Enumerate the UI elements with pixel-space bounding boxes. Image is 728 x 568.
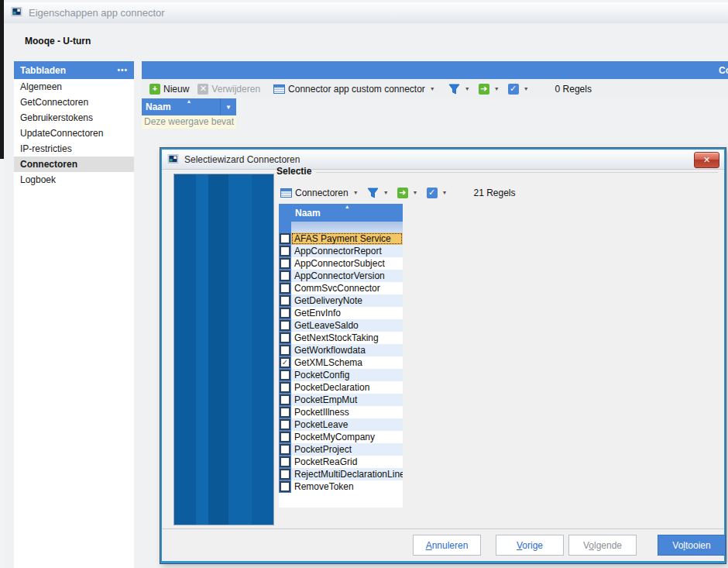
selection-group: Selectie [276, 166, 718, 177]
connector-row[interactable]: ✓CommSvcConnector [279, 282, 403, 294]
connectoren-view-dropdown[interactable]: Connectoren ▼ [278, 186, 361, 200]
connector-row[interactable]: ✓PocketIllness [279, 406, 403, 418]
table-column-header[interactable]: ▲ Naam [279, 204, 403, 222]
select-button[interactable]: ✓ ▼ [506, 82, 531, 96]
new-button[interactable]: + Nieuw [147, 82, 191, 96]
row-checkbox[interactable]: ✓ [280, 469, 290, 480]
row-checkbox[interactable]: ✓ [280, 419, 290, 430]
connector-row[interactable]: ✓AFAS Payment Service [279, 232, 403, 245]
vorige-button[interactable]: Vorige [496, 535, 564, 556]
group-divider [316, 172, 718, 173]
filter-input[interactable] [291, 222, 403, 232]
sidebar-item-updateconnectoren[interactable]: UpdateConnectoren [14, 126, 134, 141]
sidebar-item-connectoren[interactable]: Connectoren [14, 157, 134, 172]
column-dropdown-button[interactable]: ▼ [220, 98, 236, 115]
row-checkbox[interactable]: ✓ [280, 394, 290, 405]
volgende-button[interactable]: Volgende [568, 535, 637, 556]
connector-row[interactable]: ✓GetNextStockTaking [279, 332, 403, 344]
sidebar-item-ip-restricties[interactable]: IP-restricties [14, 141, 134, 157]
content-header-bar: Co [142, 61, 728, 79]
dialog-select-button[interactable]: ✓ ▼ [424, 186, 450, 200]
sidebar-item-logboek[interactable]: Logboek [14, 172, 134, 188]
connector-name[interactable]: GetEnvInfo [291, 307, 403, 319]
sidebar: Tabbladen ••• AlgemeenGetConnectorenGebr… [14, 61, 134, 568]
connector-name[interactable]: PocketDeclaration [291, 381, 403, 394]
sidebar-item-algemeen[interactable]: Algemeen [14, 79, 134, 95]
row-checkbox[interactable]: ✓ [280, 270, 290, 281]
connector-row[interactable]: ✓PocketProject [279, 443, 403, 456]
sidebar-item-gebruikerstokens[interactable]: Gebruikerstokens [14, 110, 134, 126]
content-header-text: Co [719, 65, 728, 76]
connector-name[interactable]: PocketLeave [291, 418, 403, 431]
connector-row[interactable]: ✓PocketDeclaration [279, 381, 403, 394]
connector-name[interactable]: AppConnectorReport [291, 245, 403, 257]
connector-row[interactable]: ✓PocketEmpMut [279, 394, 403, 406]
row-checkbox[interactable]: ✓ [280, 432, 290, 442]
connector-name[interactable]: PocketIllness [291, 406, 403, 418]
dialog-filter-button[interactable]: ▼ [365, 186, 391, 200]
connector-name[interactable]: GetWorkflowdata [291, 344, 403, 356]
connector-row[interactable]: ✓GetDeliveryNote [279, 294, 403, 307]
checkbox-cell: ✓ [279, 232, 291, 245]
connector-name[interactable]: RemoveToken [291, 480, 403, 493]
connector-name[interactable]: GetNextStockTaking [291, 332, 403, 344]
row-checkbox[interactable]: ✓ [280, 370, 290, 380]
export-button[interactable]: ➜ ▼ [476, 82, 502, 96]
connector-row[interactable]: ✓RemoveToken [279, 480, 403, 493]
connector-name[interactable]: PocketEmpMut [291, 394, 403, 406]
connector-row[interactable]: ✓PocketLeave [279, 418, 403, 431]
row-checkbox[interactable]: ✓ [280, 246, 290, 256]
connector-name[interactable]: GetXMLSchema [291, 356, 403, 369]
row-checkbox[interactable]: ✓ [280, 357, 290, 368]
connector-view-dropdown[interactable]: Connector app custom connector ▼ [271, 82, 438, 96]
check-icon: ✓ [282, 359, 288, 367]
row-checkbox[interactable]: ✓ [280, 332, 290, 343]
connector-name[interactable]: GetDeliveryNote [291, 294, 403, 307]
annuleren-button[interactable]: Annuleren [413, 535, 481, 556]
connector-row[interactable]: ✓GetXMLSchema [279, 356, 403, 369]
connector-name[interactable]: PocketMyCompany [291, 431, 403, 443]
row-checkbox[interactable]: ✓ [280, 481, 290, 492]
connector-name[interactable]: CommSvcConnector [291, 282, 403, 294]
row-checkbox[interactable]: ✓ [280, 444, 290, 455]
main-grid-column-header[interactable]: ▲ Naam ▼ [142, 98, 236, 115]
connector-name[interactable]: PocketReaGrid [291, 456, 403, 468]
row-checkbox[interactable]: ✓ [280, 320, 290, 331]
connector-name[interactable]: AFAS Payment Service [291, 232, 403, 245]
row-checkbox[interactable]: ✓ [280, 407, 290, 418]
sidebar-item-getconnectoren[interactable]: GetConnectoren [14, 95, 134, 110]
row-checkbox[interactable]: ✓ [280, 308, 290, 318]
connector-row[interactable]: ✓RejectMultiDeclarationLine [279, 468, 403, 480]
row-checkbox[interactable]: ✓ [280, 233, 290, 244]
connector-row[interactable]: ✓AppConnectorReport [279, 245, 403, 257]
row-checkbox[interactable]: ✓ [280, 283, 290, 294]
connector-row[interactable]: ✓AppConnectorSubject [279, 257, 403, 270]
connector-row[interactable]: ✓GetLeaveSaldo [279, 319, 403, 332]
chevron-down-icon: ▼ [465, 86, 470, 91]
connector-name[interactable]: AppConnectorVersion [291, 270, 403, 282]
connector-row[interactable]: ✓GetEnvInfo [279, 307, 403, 319]
connector-row[interactable]: ✓GetWorkflowdata [279, 344, 403, 356]
row-checkbox[interactable]: ✓ [280, 345, 290, 356]
connector-name[interactable]: GetLeaveSaldo [291, 319, 403, 332]
row-checkbox[interactable]: ✓ [280, 295, 290, 306]
row-checkbox[interactable]: ✓ [280, 258, 290, 269]
connector-row[interactable]: ✓PocketReaGrid [279, 456, 403, 468]
connector-row[interactable]: ✓PocketMyCompany [279, 431, 403, 443]
row-checkbox[interactable]: ✓ [280, 382, 290, 393]
dialog-export-button[interactable]: ➜ ▼ [395, 186, 421, 200]
connector-name[interactable]: RejectMultiDeclarationLine [291, 468, 403, 480]
connector-view-label: Connector app custom connector [288, 84, 425, 95]
row-checkbox[interactable]: ✓ [280, 456, 290, 467]
connector-name[interactable]: PocketConfig [291, 369, 403, 381]
delete-button[interactable]: ✕ Verwijderen [195, 82, 263, 96]
chevron-down-icon: ▼ [413, 190, 418, 195]
connector-name[interactable]: AppConnectorSubject [291, 257, 403, 270]
connector-row[interactable]: ✓PocketConfig [279, 369, 403, 381]
arrow-right-icon: ➜ [397, 188, 408, 198]
voltooien-button[interactable]: Voltooien [658, 535, 726, 556]
connector-row[interactable]: ✓AppConnectorVersion [279, 270, 403, 282]
connector-name[interactable]: PocketProject [291, 443, 403, 456]
sidebar-menu-button[interactable]: ••• [117, 66, 128, 74]
filter-button[interactable]: ▼ [446, 82, 472, 96]
